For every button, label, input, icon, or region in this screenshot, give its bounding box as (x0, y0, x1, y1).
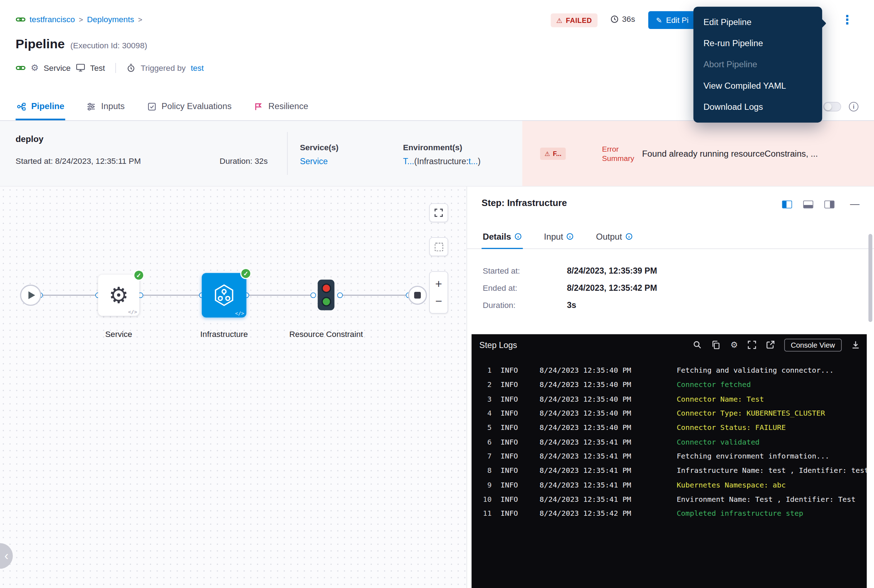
log-level: INFO (501, 466, 525, 475)
divider (116, 63, 116, 73)
zoom-in-button[interactable]: + (435, 278, 442, 290)
app-root: testfrancisco > Deployments > Pipeline (… (0, 0, 874, 588)
tab-resilience[interactable]: Resilience (254, 93, 308, 120)
tab-input[interactable]: Input (544, 225, 574, 249)
start-node[interactable] (20, 285, 41, 306)
elapsed-time: 36s (610, 14, 635, 23)
layout-split-right-icon[interactable] (824, 201, 834, 208)
fit-to-screen-button[interactable] (429, 203, 448, 222)
pipeline-canvas[interactable]: ⚙ ✓ </> Service ✓ </> Infrastructure (0, 187, 467, 588)
gear-icon: ⚙ (109, 284, 129, 306)
pencil-icon: ✎ (656, 16, 662, 24)
pipeline-icon (17, 102, 26, 111)
log-line-number: 5 (472, 423, 492, 432)
debug-toggle[interactable] (823, 102, 841, 111)
infrastructure-link[interactable]: t... (468, 157, 478, 166)
info-icon (625, 233, 632, 240)
expand-icon (434, 208, 443, 217)
detail-label: Duration: (483, 301, 565, 310)
tab-resilience-label: Resilience (268, 101, 308, 111)
title-row: Pipeline (Execution Id: 30098) (16, 37, 147, 52)
log-line-number: 7 (472, 452, 492, 460)
settings-gear-icon[interactable]: ⚙ (731, 340, 738, 350)
clock-icon (610, 15, 618, 23)
detail-value: 3s (567, 300, 576, 309)
node-label-service: Service (77, 327, 161, 342)
layout-split-bottom-icon[interactable] (803, 201, 813, 208)
more-options-button[interactable]: ⋮ (839, 10, 855, 29)
environment-link[interactable]: T... (403, 157, 414, 166)
tab-policy-evaluations[interactable]: Policy Evaluations (147, 93, 232, 120)
log-message: Connector fetched (677, 381, 867, 389)
tab-inputs[interactable]: Inputs (87, 93, 125, 120)
tab-details[interactable]: Details (483, 225, 522, 249)
stage-summary-bar: deploy Started at: 8/24/2023, 12:35:11 P… (0, 121, 874, 187)
log-timestamp: 8/24/2023 12:35:41 PM (540, 452, 646, 460)
log-timestamp: 8/24/2023 12:35:40 PM (540, 395, 646, 403)
panel-scrollbar-thumb[interactable] (868, 234, 872, 322)
main-area: ⚙ ✓ </> Service ✓ </> Infrastructure (0, 187, 874, 588)
infrastructure-label: (Infrastructure: (414, 157, 468, 166)
step-panel-title: Step: Infrastructure (482, 198, 567, 208)
breadcrumb-separator: > (79, 15, 83, 24)
tab-pipeline[interactable]: Pipeline (17, 93, 65, 120)
tab-inputs-label: Inputs (101, 101, 125, 111)
log-line-number: 1 (472, 366, 492, 375)
marquee-select-button[interactable] (429, 237, 448, 256)
end-node[interactable] (408, 286, 427, 305)
log-level: INFO (501, 423, 525, 432)
infrastructure-icon (211, 282, 237, 308)
warning-icon: ⚠ (556, 16, 562, 24)
environment-name[interactable]: Test (90, 63, 105, 72)
menu-item-re-run-pipeline[interactable]: Re-run Pipeline (693, 33, 822, 54)
log-level: INFO (501, 509, 525, 518)
log-lines[interactable]: 1INFO8/24/2023 12:35:40 PMFetching and v… (472, 356, 867, 588)
log-row: 5INFO8/24/2023 12:35:40 PMConnector Stat… (472, 420, 867, 435)
zoom-out-button[interactable]: − (435, 296, 442, 307)
duration-label: Duration: (220, 157, 253, 166)
log-timestamp: 8/24/2023 12:35:41 PM (540, 466, 646, 475)
copy-icon[interactable] (712, 340, 721, 350)
breadcrumb-deployments-link[interactable]: Deployments (87, 15, 134, 24)
service-link[interactable]: Service (300, 157, 328, 166)
step-details: Started at: 8/24/2023, 12:35:39 PM Ended… (483, 266, 657, 318)
triggered-by-user[interactable]: test (191, 63, 204, 72)
layout-split-left-icon[interactable] (782, 201, 792, 208)
log-row: 10INFO8/24/2023 12:35:41 PMEnvironment N… (472, 492, 867, 506)
fullscreen-icon[interactable] (747, 340, 756, 350)
breadcrumb: testfrancisco > Deployments > (16, 14, 143, 24)
started-at-value: 8/24/2023, 12:35:11 PM (55, 157, 141, 166)
left-drawer-handle[interactable]: ‹ (0, 543, 13, 568)
download-icon[interactable] (851, 340, 860, 350)
menu-item-download-logs[interactable]: Download Logs (693, 96, 822, 117)
step-logs-console: Step Logs ⚙ (472, 334, 867, 588)
search-icon[interactable] (693, 340, 702, 350)
info-icon[interactable]: i (849, 102, 858, 111)
log-level: INFO (501, 452, 525, 460)
stopwatch-icon (127, 63, 135, 72)
menu-item-abort-pipeline: Abort Pipeline (693, 54, 822, 75)
breadcrumb-project-link[interactable]: testfrancisco (30, 15, 75, 24)
tabbar-right-controls: i (823, 93, 858, 120)
code-icon: </> (128, 309, 137, 315)
node-label-infrastructure: Infrastructure (182, 327, 266, 342)
open-in-new-icon[interactable] (766, 340, 775, 350)
tab-output[interactable]: Output (596, 225, 632, 249)
connector-dot (337, 292, 343, 298)
resource-constraint-node[interactable] (318, 280, 335, 310)
service-step-node[interactable]: ⚙ ✓ </> (98, 274, 139, 316)
service-name[interactable]: Service (44, 63, 71, 72)
detail-value: 8/24/2023, 12:35:42 PM (567, 283, 657, 292)
environments-label: Environment(s) (403, 143, 462, 152)
log-message: Fetching and validating connector... (677, 366, 867, 375)
edit-pipeline-button[interactable]: ✎ Edit Pi (648, 11, 696, 29)
infrastructure-step-node[interactable]: ✓ </> (202, 273, 247, 318)
log-message: Environment Name: Test , Identifier: Tes… (677, 495, 867, 503)
menu-item-view-compiled-yaml[interactable]: View Compiled YAML (693, 75, 822, 96)
menu-item-edit-pipeline[interactable]: Edit Pipeline (693, 12, 822, 33)
console-view-button[interactable]: Console View (784, 338, 842, 351)
minimize-panel-icon[interactable]: — (850, 199, 859, 210)
log-message: Completed infrastructure step (677, 509, 867, 518)
log-row: 6INFO8/24/2023 12:35:41 PMConnector vali… (472, 435, 867, 449)
pipeline-meta-row: ⚙ Service Test Triggered by test (16, 62, 204, 73)
